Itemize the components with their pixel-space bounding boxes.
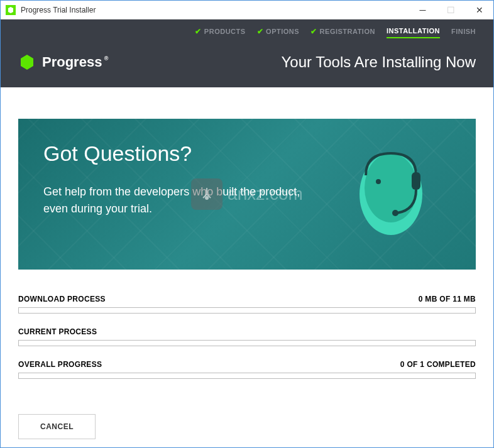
header-main: Progress Your Tools Are Installing Now [1,42,493,87]
download-progress-bar [18,307,476,314]
brand-logo: Progress [18,53,102,71]
overall-progress: OVERALL PROGRESS 0 OF 1 COMPLETED [18,360,476,379]
step-finish: FINISH [451,27,476,36]
current-progress-bar [18,340,476,346]
progress-section: DOWNLOAD PROCESS 0 MB OF 11 MB CURRENT P… [18,295,476,379]
promo-banner: Got Questions? Get help from the develop… [18,119,476,270]
current-label: CURRENT PROCESS [18,327,97,336]
headset-illustration [344,138,438,251]
footer: CANCEL [1,405,493,448]
app-icon [6,5,16,15]
svg-point-4 [392,210,398,216]
svg-point-2 [376,179,381,184]
download-progress: DOWNLOAD PROCESS 0 MB OF 11 MB [18,295,476,314]
svg-rect-3 [412,172,420,190]
window-title: Progress Trial Installer [21,6,409,14]
content: Got Questions? Get help from the develop… [1,87,493,405]
close-button[interactable]: ✕ [465,1,493,19]
header: ✔PRODUCTS ✔OPTIONS ✔REGISTRATION INSTALL… [1,19,493,87]
window-titlebar: Progress Trial Installer ─ ☐ ✕ [1,1,493,19]
wizard-steps: ✔PRODUCTS ✔OPTIONS ✔REGISTRATION INSTALL… [1,19,493,42]
window-controls: ─ ☐ ✕ [409,1,493,19]
current-progress: CURRENT PROCESS [18,327,476,346]
check-icon: ✔ [195,27,202,36]
check-icon: ✔ [310,27,317,36]
brand-name: Progress [42,54,102,70]
minimize-button[interactable]: ─ [409,1,437,19]
progress-logo-icon [18,53,36,71]
svg-point-1 [365,153,417,222]
step-registration: ✔REGISTRATION [310,27,375,36]
overall-progress-bar [18,373,476,379]
maximize-button: ☐ [437,1,465,19]
download-label: DOWNLOAD PROCESS [18,295,106,303]
page-title: Your Tools Are Installing Now [281,53,476,71]
download-status: 0 MB OF 11 MB [419,295,476,303]
step-options: ✔OPTIONS [257,27,300,36]
overall-label: OVERALL PROGRESS [18,360,102,369]
banner-text: Get help from the developers who built t… [43,183,307,217]
check-icon: ✔ [257,27,264,36]
cancel-button[interactable]: CANCEL [18,414,96,439]
step-installation: INSTALLATION [387,27,440,38]
overall-status: 0 OF 1 COMPLETED [400,360,476,369]
step-products: ✔PRODUCTS [195,27,245,36]
